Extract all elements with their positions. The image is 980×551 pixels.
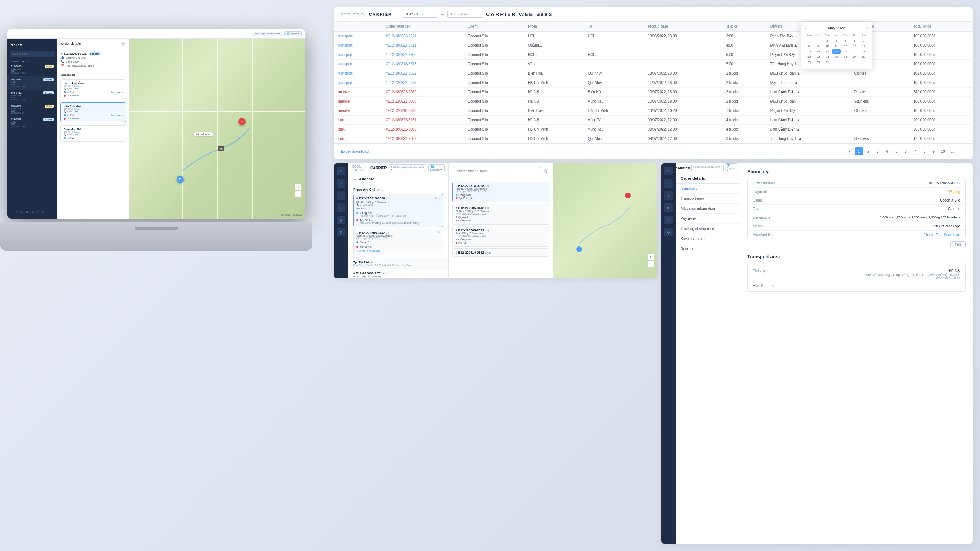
cal-day[interactable]: 11 — [832, 44, 840, 48]
cal-day[interactable]: 6 — [850, 38, 859, 43]
cal-day[interactable]: 17 — [823, 49, 831, 54]
email-badge[interactable]: contact@coconutsilo.com — [253, 32, 282, 36]
alloc-nav-icon-4[interactable]: ⊕ — [337, 203, 345, 212]
edit-button[interactable]: Edit — [950, 241, 966, 248]
table-row[interactable]: bmu #E12-180622-8008 Coconut Silo Hồ Chí… — [334, 125, 973, 134]
od-nav-icon-6[interactable]: ⚙ — [664, 228, 673, 237]
page-1-btn[interactable]: 1 — [19, 210, 24, 214]
table-page-5-num[interactable]: 5 — [892, 148, 900, 155]
alloc-nav-icon-6[interactable]: ⚙ — [337, 228, 345, 237]
list-item[interactable]: 605-0442 Shipping it Silo Vina 0309 27/0… — [7, 90, 57, 103]
zoom-in-button[interactable]: + — [295, 184, 302, 190]
table-page-dots[interactable]: ... — [948, 148, 956, 155]
od-nav-icon-2[interactable]: ↔ — [664, 179, 673, 187]
cal-day[interactable]: 16 — [814, 49, 822, 54]
nav-item-favorite[interactable]: Save as favorite — [676, 234, 740, 244]
nav-item-tracking[interactable]: Tracking of shipment — [676, 224, 740, 234]
od-nav-icon-5[interactable]: ◎ — [664, 216, 673, 224]
table-row[interactable]: imaoke #E12-180622-0089 Coconut Silo Hà … — [334, 87, 973, 97]
list-item[interactable]: 318-0008 Waiting it Silo Vina 0309 02/07… — [7, 63, 57, 76]
prev-page-btn[interactable]: ‹ — [14, 210, 18, 214]
cal-day[interactable]: 25 — [832, 54, 840, 59]
lang-badge[interactable]: 🌐 English ▾ — [284, 31, 302, 36]
excel-download-button[interactable]: Excel download — [341, 149, 369, 154]
list-item[interactable]: 601-0022 Shipping it Silo 0309 27/06/22,… — [7, 76, 57, 90]
nav-item-summary[interactable]: Summary — [676, 184, 740, 194]
alloc-nav-icon-3[interactable]: ↕ — [337, 191, 345, 200]
table-row[interactable]: imaoke #E12-220622-0088 Coconut Silo Hà … — [334, 97, 973, 106]
photo-link[interactable]: Photo — [923, 233, 932, 237]
cal-next-btn[interactable]: › — [867, 26, 868, 30]
cal-day[interactable]: 5 — [842, 38, 850, 43]
close-order-icon[interactable]: × — [438, 197, 440, 200]
table-page-7-num[interactable]: 7 — [911, 148, 919, 155]
driver-card-3[interactable]: Phan An Khá 32S-0009 Details 📞 2-564-030… — [60, 125, 126, 142]
table-row[interactable]: bmu #E12-180622-6231 Coconut Silo Hà Nội… — [334, 116, 973, 125]
cal-prev-btn[interactable]: ‹ — [805, 26, 806, 30]
cal-day-today[interactable]: 18 — [832, 49, 840, 54]
alloc-nav-icon-1[interactable]: ≡ — [337, 167, 345, 175]
alloc-order-card-4[interactable]: # E12-220614-0582 0,4 lị — [452, 248, 549, 257]
od-nav-icon-4[interactable]: ⊕ — [664, 203, 673, 212]
table-page-9-num[interactable]: 9 — [930, 148, 938, 155]
cal-day[interactable]: 13 — [850, 44, 859, 48]
table-row[interactable]: imaoke #E12-120618-0093 Coconut Silo Biê… — [334, 106, 973, 116]
page-2-btn[interactable]: 2 — [25, 210, 29, 214]
alloc-nav-icon-5[interactable]: ◎ — [337, 216, 345, 224]
table-page-10-num[interactable]: 10 — [939, 148, 947, 155]
zoom-out-button[interactable]: − — [295, 191, 302, 197]
cal-day[interactable]: 26 — [842, 54, 850, 59]
cal-day[interactable]: 21 — [860, 49, 868, 54]
driver-card-2[interactable]: Vân Anh Hòa 24B-5678 Details 📞 2-564-030… — [60, 102, 126, 122]
order-card-selected[interactable]: # E12-220318-0008 3 lị ✎ × Plastic / 100… — [353, 194, 443, 227]
sidebar-search-input[interactable] — [10, 51, 54, 57]
table-page-2-num[interactable]: 2 — [864, 148, 872, 155]
cal-day[interactable]: 22 — [805, 54, 813, 59]
cal-day[interactable]: 24 — [823, 54, 831, 59]
od-nav-icon-3[interactable]: ↕ — [664, 191, 673, 200]
cal-day[interactable]: 19 — [842, 49, 850, 54]
col-order[interactable]: Order Number — [381, 22, 463, 32]
table-page-4-num[interactable]: 4 — [883, 148, 891, 155]
cal-day[interactable]: 7 — [860, 38, 868, 43]
nav-item-reorder[interactable]: Reorder — [676, 244, 740, 254]
table-page-3-num[interactable]: 3 — [874, 148, 881, 155]
cal-day[interactable]: 15 — [805, 49, 813, 54]
table-row[interactable]: transport #E12-180622-8811 Coconut Silo … — [334, 41, 973, 50]
date-to-input[interactable] — [447, 11, 483, 17]
nav-item-payments[interactable]: Payments — [676, 214, 740, 224]
col-to[interactable]: To — [584, 22, 644, 32]
cal-day[interactable]: 31 — [823, 60, 831, 65]
col-client[interactable]: Client — [463, 22, 524, 32]
alloc-search-icon[interactable]: 🔍 — [544, 169, 548, 173]
table-page-1-num[interactable]: 1 — [855, 148, 863, 155]
page-5-btn[interactable]: 5 — [41, 210, 45, 214]
table-row[interactable]: transport #E12-180818-8773 Coconut Silo … — [334, 60, 973, 69]
alloc-order-card-2[interactable]: # E12-220605-0442 2 lị Clothes / 100kg /… — [452, 204, 549, 225]
write-message-link[interactable]: + Write a message — [356, 249, 440, 252]
cal-day[interactable]: 4 — [832, 38, 840, 43]
table-page-6-num[interactable]: 6 — [902, 148, 910, 155]
cal-day[interactable]: 28 — [860, 54, 868, 59]
table-row[interactable]: transport #E12-180622-8821 Coconut Silo … — [334, 32, 973, 41]
cal-day[interactable]: 9 — [814, 44, 822, 48]
table-row[interactable]: transport #E12-180622-8022 Coconut Silo … — [334, 69, 973, 78]
page-4-btn[interactable]: 4 — [35, 210, 40, 214]
driver-list-item-1[interactable]: Phan An Khá vv ... # E12-220318-0008 3 l… — [348, 185, 449, 258]
alloc-nav-icon-2[interactable]: ↔ — [337, 179, 345, 187]
col-price[interactable]: Total price — [909, 22, 973, 32]
cal-day[interactable]: 12 — [842, 44, 850, 48]
table-page-8-num[interactable]: 8 — [920, 148, 928, 155]
list-item[interactable]: 614-0582 Shipping it Silo 0309 27/06/22,… — [7, 116, 57, 130]
cal-day[interactable]: 30 — [814, 60, 822, 65]
download-link[interactable]: Download — [945, 233, 960, 237]
table-row[interactable]: transport #E12-180622-8800 Coconut Silo … — [334, 50, 973, 60]
van-anh-hoa-label[interactable]: Vân Anh Hòa × — [194, 132, 213, 136]
table-page-next[interactable]: › — [958, 148, 966, 155]
od-nav-icon-1[interactable]: ≡ — [664, 167, 673, 175]
cal-day[interactable]: 10 — [823, 44, 831, 48]
driver-card-1[interactable]: Võ Thắng Tỉnh 11A-1234 Details 📞 2-564-0… — [60, 79, 126, 99]
alloc-search-input[interactable] — [454, 167, 540, 175]
col-trucks[interactable]: Trucks — [722, 22, 766, 32]
col-pickup[interactable]: Pickup date — [644, 22, 722, 32]
